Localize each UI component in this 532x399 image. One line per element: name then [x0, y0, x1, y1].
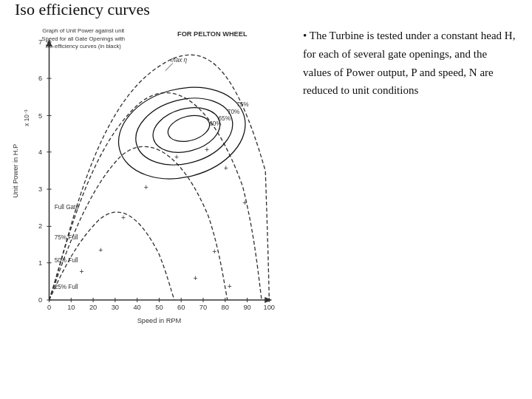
- svg-text:Unit Power in H.P: Unit Power in H.P: [12, 144, 19, 198]
- svg-text:25% Full: 25% Full: [55, 284, 78, 290]
- svg-text:Speed for all Gate Openings wi: Speed for all Gate Openings with: [41, 35, 125, 42]
- svg-text:max η: max η: [171, 57, 188, 64]
- svg-text:60%: 60%: [209, 120, 221, 127]
- svg-text:Full Gate: Full Gate: [55, 204, 80, 211]
- content-area: Graph of Unit Power against unit Speed f…: [0, 19, 532, 349]
- description-text: • The Turbine is tested under a constant…: [303, 27, 517, 100]
- description-content: The Turbine is tested under a constant h…: [303, 30, 515, 96]
- svg-text:50% Full: 50% Full: [55, 257, 78, 264]
- svg-text:Graph of Unit Power against un: Graph of Unit Power against unit: [42, 27, 125, 34]
- svg-text:90: 90: [243, 304, 250, 311]
- graph-area: Graph of Unit Power against unit Speed f…: [7, 19, 288, 349]
- svg-text:40: 40: [133, 304, 140, 311]
- svg-text:+: +: [144, 183, 149, 191]
- svg-text:+: +: [194, 274, 198, 282]
- svg-text:7: 7: [38, 38, 42, 46]
- svg-text:+: +: [98, 246, 103, 254]
- svg-text:30: 30: [112, 304, 119, 311]
- svg-text:iso-efficiency curves (in blac: iso-efficiency curves (in black): [46, 43, 122, 50]
- bullet-symbol: •: [303, 30, 310, 41]
- svg-text:+: +: [212, 248, 216, 256]
- svg-text:20: 20: [89, 304, 97, 311]
- svg-text:+: +: [224, 164, 228, 172]
- svg-text:2: 2: [38, 222, 42, 230]
- svg-text:3: 3: [38, 185, 42, 193]
- svg-text:5: 5: [38, 112, 42, 120]
- svg-text:+: +: [242, 199, 247, 207]
- svg-text:+: +: [121, 214, 126, 222]
- graph-svg: Graph of Unit Power against unit Speed f…: [7, 19, 288, 346]
- svg-text:Speed in RPM: Speed in RPM: [137, 317, 182, 324]
- svg-text:50: 50: [155, 304, 163, 311]
- svg-text:x 10⁻³: x 10⁻³: [24, 109, 30, 126]
- svg-text:1: 1: [38, 259, 42, 267]
- svg-text:60: 60: [177, 304, 185, 311]
- description-area: • The Turbine is tested under a constant…: [296, 19, 525, 349]
- svg-text:+: +: [228, 282, 232, 290]
- svg-text:70: 70: [200, 304, 207, 311]
- svg-text:+: +: [174, 153, 179, 161]
- svg-text:0: 0: [47, 304, 51, 311]
- svg-text:0: 0: [38, 296, 42, 304]
- svg-text:+: +: [205, 146, 209, 154]
- svg-text:FOR PELTON WHEEL: FOR PELTON WHEEL: [177, 30, 248, 38]
- svg-text:4: 4: [38, 149, 42, 156]
- svg-text:10: 10: [67, 304, 75, 311]
- svg-text:100: 100: [264, 304, 275, 311]
- svg-text:75% Full: 75% Full: [55, 234, 78, 241]
- svg-text:+: +: [80, 267, 84, 276]
- svg-text:80: 80: [222, 304, 229, 311]
- page-title: Iso efficiency curves: [0, 0, 532, 19]
- svg-text:6: 6: [38, 75, 42, 82]
- svg-text:75%: 75%: [236, 101, 248, 108]
